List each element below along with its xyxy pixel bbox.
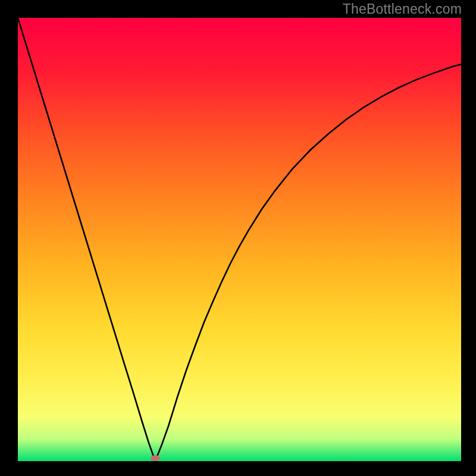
plot-background <box>18 18 461 461</box>
watermark-text: TheBottleneck.com <box>343 1 462 17</box>
optimum-marker <box>151 455 160 461</box>
chart-frame: TheBottleneck.com <box>0 0 476 476</box>
bottleneck-chart <box>0 0 476 476</box>
